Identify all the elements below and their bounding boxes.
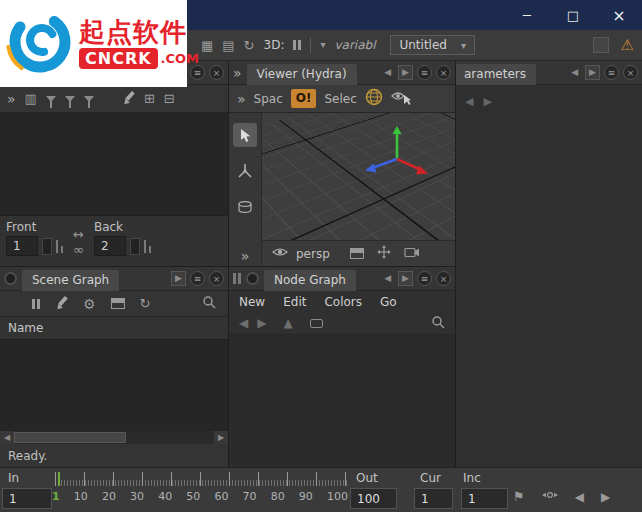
frame-number[interactable]: 100: [327, 490, 348, 503]
translate-tool-icon[interactable]: [233, 159, 257, 183]
chevrons-icon[interactable]: »: [237, 92, 246, 106]
refresh-icon[interactable]: ↻: [140, 297, 151, 310]
menu-colors[interactable]: Colors: [324, 295, 362, 309]
horizontal-scrollbar[interactable]: ◀ ▶: [0, 430, 228, 444]
frame-number[interactable]: 50: [186, 490, 200, 503]
pause-icon[interactable]: [293, 40, 301, 50]
scroll-tabs-right-icon[interactable]: ▶: [398, 65, 413, 80]
config-icon[interactable]: ⊟: [164, 92, 175, 105]
space-mode-button[interactable]: O!: [291, 89, 317, 107]
pane-close-icon[interactable]: ×: [209, 65, 224, 80]
pane-menu-icon[interactable]: ≡: [417, 271, 432, 286]
variable-dropdown[interactable]: variabl: [334, 38, 375, 52]
filter-icon[interactable]: [65, 96, 75, 102]
cur-field[interactable]: 1: [414, 488, 453, 509]
pane-menu-icon[interactable]: ≡: [417, 65, 432, 80]
pane-menu-icon[interactable]: ≡: [604, 65, 619, 80]
warning-icon[interactable]: ⚠: [621, 36, 634, 54]
nav-back-icon[interactable]: ◀: [239, 316, 248, 330]
in-field[interactable]: 1: [2, 488, 52, 509]
globe-icon[interactable]: [365, 88, 383, 109]
maximize-button[interactable]: □: [550, 0, 596, 30]
tab-viewer[interactable]: Viewer (Hydra): [247, 64, 357, 85]
frame-number[interactable]: 80: [271, 490, 285, 503]
frame-number[interactable]: 90: [299, 490, 313, 503]
timeline-frame-numbers[interactable]: 1 10 20 30 40 50 60 70 80 90 100: [52, 490, 348, 503]
visibility-cursor-icon[interactable]: [391, 89, 411, 108]
tab-scene-graph[interactable]: Scene Graph: [22, 270, 119, 291]
history-forward-icon[interactable]: ▶: [483, 95, 491, 108]
next-frame-button[interactable]: ▶: [601, 490, 610, 504]
pane-menu-knob[interactable]: [4, 272, 17, 285]
select-tool-icon[interactable]: [233, 123, 257, 147]
menu-edit[interactable]: Edit: [283, 295, 306, 309]
link-icon[interactable]: ∞: [73, 243, 84, 256]
primitive-tool-icon[interactable]: [233, 195, 257, 219]
scroll-tabs-left-icon[interactable]: ◀: [381, 272, 394, 285]
hierarchy-list[interactable]: [0, 113, 228, 216]
nav-forward-icon[interactable]: ▶: [257, 316, 266, 330]
current-frame-marker[interactable]: [58, 472, 60, 486]
edit-icon[interactable]: [55, 297, 68, 310]
plus-box-icon[interactable]: ⊞: [144, 92, 155, 105]
filter-icon[interactable]: [46, 96, 56, 102]
frame-number[interactable]: 10: [74, 490, 88, 503]
scroll-right-button[interactable]: ▶: [214, 431, 228, 444]
back-swatch[interactable]: [130, 238, 140, 255]
frame-number[interactable]: 70: [243, 490, 257, 503]
camera-icon[interactable]: [404, 247, 420, 261]
spinner-ticks-icon[interactable]: [144, 239, 151, 253]
tab-node-graph[interactable]: Node Graph: [264, 270, 356, 291]
pane-handle-icon[interactable]: [233, 273, 241, 284]
close-button[interactable]: ×: [596, 0, 642, 30]
panes-icon[interactable]: ▥: [25, 92, 37, 105]
prev-frame-button[interactable]: ◀: [575, 490, 584, 504]
node-graph-canvas[interactable]: [229, 335, 455, 467]
render-state-button[interactable]: [593, 37, 609, 53]
chevrons-icon[interactable]: »: [233, 66, 242, 80]
layout-icon[interactable]: ▤: [222, 39, 234, 52]
back-value-field[interactable]: 2: [94, 236, 126, 256]
frame-number[interactable]: 60: [214, 490, 228, 503]
scroll-tabs-left-icon[interactable]: ◀: [381, 66, 394, 79]
scroll-tabs-right-icon[interactable]: ▶: [171, 271, 186, 286]
render-refresh-icon[interactable]: ↻: [244, 39, 255, 52]
viewport-grid[interactable]: [262, 113, 455, 240]
scroll-tabs-right-icon[interactable]: ▶: [585, 65, 600, 80]
search-icon[interactable]: [431, 315, 445, 332]
nav-up-icon[interactable]: ▲: [283, 316, 292, 330]
pan-icon[interactable]: [377, 245, 391, 262]
name-column-header[interactable]: Name: [0, 317, 228, 340]
pane-close-icon[interactable]: ×: [209, 271, 224, 286]
pane-close-icon[interactable]: ×: [436, 65, 451, 80]
clapper-icon[interactable]: [350, 248, 364, 259]
pane-menu-icon[interactable]: ≡: [190, 271, 205, 286]
frame-number[interactable]: 40: [158, 490, 172, 503]
scene-graph-list[interactable]: [0, 340, 228, 430]
scroll-left-button[interactable]: ◀: [0, 431, 14, 444]
scroll-tabs-left-icon[interactable]: ◀: [568, 66, 581, 79]
node-icon[interactable]: [310, 319, 323, 328]
scrollbar-thumb[interactable]: [14, 432, 126, 443]
caret-down-icon[interactable]: ▾: [320, 40, 325, 50]
viewport-3d[interactable]: » p: [229, 113, 455, 266]
keyframe-icon[interactable]: [542, 489, 558, 504]
more-tools-icon[interactable]: »: [229, 249, 261, 263]
scrollbar-track[interactable]: [14, 431, 214, 444]
scroll-tabs-right-icon[interactable]: ▶: [398, 271, 413, 286]
tab-parameters[interactable]: arameters: [456, 64, 536, 85]
pane-close-icon[interactable]: ×: [436, 271, 451, 286]
front-value-field[interactable]: 1: [6, 236, 38, 256]
pause-icon[interactable]: [32, 299, 40, 309]
swap-arrows-icon[interactable]: ↔: [73, 228, 84, 241]
menu-go[interactable]: Go: [380, 295, 397, 309]
eye-icon[interactable]: [272, 246, 288, 261]
front-swatch[interactable]: [42, 238, 52, 255]
filter-icon[interactable]: [84, 96, 94, 102]
search-icon[interactable]: [202, 295, 216, 312]
timeline-ruler[interactable]: [55, 472, 347, 486]
frame-number[interactable]: 1: [52, 490, 60, 503]
out-field[interactable]: 100: [350, 488, 397, 509]
minimize-button[interactable]: ─: [504, 0, 550, 30]
history-back-icon[interactable]: ◀: [465, 95, 473, 108]
